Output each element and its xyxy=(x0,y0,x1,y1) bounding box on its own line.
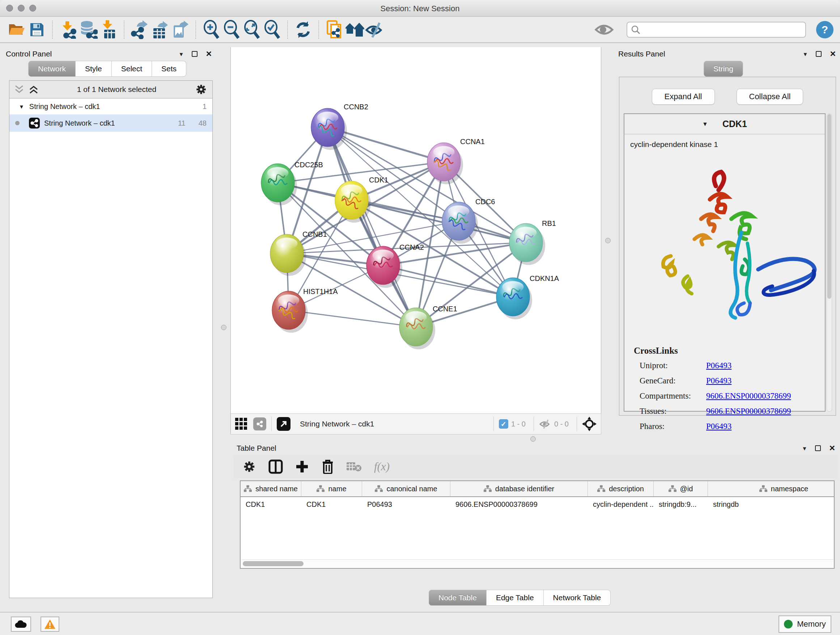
export-table-button[interactable] xyxy=(150,19,170,40)
selected-count: 1 - 0 xyxy=(511,420,526,428)
gene-header[interactable]: ▼ CDK1 xyxy=(624,114,825,134)
crosslinks-list: Uniprot:P06493GeneCard:P06493Compartment… xyxy=(634,361,820,431)
crosslink-link[interactable]: 9606.ENSP00000378699 xyxy=(706,391,791,401)
network-node-RB1[interactable]: RB1 xyxy=(509,219,556,265)
network-canvas[interactable]: CCNB2CCNA1CDC25BCDK1CDC6RB1CCNB1CCNA2CDK… xyxy=(231,47,601,413)
network-node-HIST1H1A[interactable]: HIST1H1A xyxy=(272,287,338,333)
save-session-button[interactable] xyxy=(27,19,47,40)
column-header-name[interactable]: name xyxy=(302,481,362,496)
network-node-CCNE1[interactable]: CCNE1 xyxy=(399,305,457,349)
search-input[interactable] xyxy=(643,26,802,34)
tab-string[interactable]: String xyxy=(704,61,743,77)
import-table-file-button[interactable] xyxy=(98,19,118,40)
apply-layout-button[interactable] xyxy=(293,19,313,40)
function-builder-fx-icon[interactable]: f(x) xyxy=(374,460,390,473)
table-header-row: shared namenamecanonical namedatabase id… xyxy=(240,481,834,497)
open-session-button[interactable] xyxy=(6,19,27,40)
copy-network-button[interactable] xyxy=(324,19,344,40)
tab-network[interactable]: Network xyxy=(28,61,76,77)
network-row[interactable]: String Network – cdk1 11 48 xyxy=(9,114,212,132)
show-columns-icon[interactable] xyxy=(268,459,283,474)
grid-view-icon[interactable] xyxy=(235,418,248,430)
export-image-button[interactable] xyxy=(170,19,190,40)
crosslink-link[interactable]: P06493 xyxy=(706,422,731,431)
cloud-status-button[interactable] xyxy=(11,616,31,632)
network-type-icon xyxy=(29,118,40,128)
column-header-database-identifier[interactable]: database identifier xyxy=(450,481,588,496)
table-hscrollbar[interactable] xyxy=(241,559,833,567)
table-panel-title: Table Panel xyxy=(237,444,276,453)
network-collection-row[interactable]: ▼ String Network – cdk1 1 xyxy=(9,98,212,114)
zoom-selected-button[interactable] xyxy=(262,19,282,40)
crosslink-link[interactable]: P06493 xyxy=(706,361,731,371)
network-selection-status: 1 of 1 Network selected xyxy=(43,85,190,94)
right-splitter-handle[interactable] xyxy=(605,238,611,243)
expand-all-button[interactable]: Expand All xyxy=(652,89,715,105)
delete-trash-icon[interactable] xyxy=(321,459,334,474)
save-floppy-icon xyxy=(29,22,45,38)
close-panel-icon[interactable]: ✕ xyxy=(205,51,212,57)
tab-style[interactable]: Style xyxy=(76,61,112,77)
tab-network-table[interactable]: Network Table xyxy=(544,590,611,606)
network-node-CCNA2[interactable]: CCNA2 xyxy=(366,243,424,288)
add-column-plus-icon[interactable] xyxy=(295,460,309,473)
network-node-CDKN1A[interactable]: CDKN1A xyxy=(496,274,559,319)
network-node-CCNA1[interactable]: CCNA1 xyxy=(427,138,485,184)
gear-icon[interactable] xyxy=(195,83,207,96)
crosslink-link[interactable]: 9606.ENSP00000378699 xyxy=(706,407,791,416)
column-header-canonical-name[interactable]: canonical name xyxy=(362,481,450,496)
crosslink-link[interactable]: P06493 xyxy=(706,376,731,386)
tab-select[interactable]: Select xyxy=(112,61,152,77)
show-all-button[interactable] xyxy=(594,19,614,40)
network-edge[interactable] xyxy=(328,127,416,327)
left-splitter-handle[interactable] xyxy=(221,325,226,330)
import-network-database-button[interactable] xyxy=(78,19,98,40)
tab-node-table[interactable]: Node Table xyxy=(429,590,486,606)
zoom-fit-button[interactable] xyxy=(242,19,262,40)
column-header-description[interactable]: description xyxy=(588,481,654,496)
expand-all-icon[interactable] xyxy=(29,85,38,94)
float-panel-icon[interactable] xyxy=(816,51,821,57)
duplicate-pages-icon xyxy=(325,19,343,40)
search-field xyxy=(627,22,806,38)
gene-collapse-icon[interactable]: ▼ xyxy=(702,121,708,127)
collapse-panel-icon[interactable]: ▼ xyxy=(803,51,808,57)
warnings-button[interactable] xyxy=(41,616,59,632)
first-neighbors-button[interactable] xyxy=(344,19,365,40)
table-settings-gear-icon[interactable] xyxy=(242,460,256,473)
help-button[interactable]: ? xyxy=(816,21,834,38)
collection-expand-icon[interactable]: ▼ xyxy=(19,103,24,110)
network-node-CCNB1[interactable]: CCNB1 xyxy=(270,230,327,276)
fit-selected-crosshair-icon[interactable] xyxy=(582,417,597,431)
memory-button[interactable]: Memory xyxy=(778,616,831,633)
network-node-CCNB2[interactable]: CCNB2 xyxy=(311,103,368,150)
import-network-file-button[interactable] xyxy=(58,19,78,40)
selected-indicator-checkbox[interactable]: ✓ xyxy=(499,419,508,429)
close-panel-icon[interactable]: ✕ xyxy=(829,51,836,57)
column-header-shared-name[interactable]: shared name xyxy=(240,481,302,496)
zoom-in-button[interactable] xyxy=(201,19,221,40)
column-header-@id[interactable]: @id xyxy=(654,481,708,496)
collapse-panel-icon[interactable]: ▼ xyxy=(179,51,184,57)
table-row[interactable]: CDK1CDK1P064939606.ENSP00000378699cyclin… xyxy=(240,497,834,513)
float-panel-icon[interactable] xyxy=(192,51,197,57)
toolbar-separator xyxy=(195,21,196,39)
column-tree-icon xyxy=(244,485,252,492)
column-tree-icon xyxy=(317,485,325,492)
network-view-icon[interactable] xyxy=(253,417,266,431)
results-scrollbar[interactable] xyxy=(827,113,832,412)
control-panel-title: Control Panel xyxy=(6,50,52,58)
delete-table-icon[interactable] xyxy=(347,461,362,472)
collapse-all-icon[interactable] xyxy=(14,85,24,94)
tab-edge-table[interactable]: Edge Table xyxy=(486,590,544,606)
export-network-button[interactable] xyxy=(129,19,150,40)
zoom-out-button[interactable] xyxy=(221,19,242,40)
close-panel-icon[interactable]: ✕ xyxy=(829,445,835,451)
float-panel-icon[interactable] xyxy=(815,445,821,451)
hide-selected-button[interactable] xyxy=(365,19,385,40)
detach-view-button[interactable] xyxy=(277,417,291,431)
collapse-all-button[interactable]: Collapse All xyxy=(737,89,804,105)
collapse-panel-icon[interactable]: ▼ xyxy=(802,445,807,451)
tab-sets[interactable]: Sets xyxy=(152,61,186,77)
column-header-namespace[interactable]: namespace xyxy=(708,481,835,496)
